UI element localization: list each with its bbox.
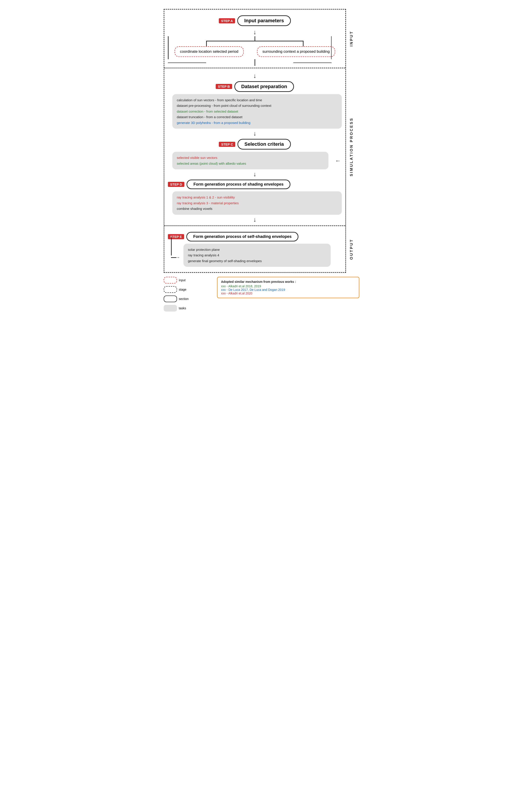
step-c-badge: STEP C bbox=[219, 142, 235, 147]
simulation-label: SIMULATION PROCESS bbox=[349, 118, 354, 176]
step-c-tasks: selected visible sun vectors selected ar… bbox=[172, 152, 328, 169]
legend-symbol-stage bbox=[164, 286, 177, 293]
legend-symbol-input bbox=[164, 277, 177, 283]
step-d-title: Form generation process of shading envel… bbox=[186, 180, 290, 189]
arrow-down-3: ↓ bbox=[168, 130, 342, 137]
output-label-strip: OUTPUT bbox=[347, 226, 357, 272]
simulation-label-strip: SIMULATION PROCESS bbox=[347, 68, 357, 225]
reference-line-3: xxx - Alkadri et.al 2020 bbox=[221, 292, 355, 295]
input-label-strip: INPUT bbox=[347, 10, 357, 68]
legend-item-input: input bbox=[164, 277, 213, 283]
legend-item-section: section bbox=[164, 296, 213, 302]
reference-line-2: xxx - De Luca 2017, De Luca and Dogan 20… bbox=[221, 288, 355, 292]
legend-label-section: section bbox=[179, 297, 188, 301]
task-b-1: calculation of sun vectors - from specif… bbox=[177, 97, 337, 103]
task-e-2: ray tracing analysis 4 bbox=[188, 252, 326, 258]
legend-label-stage: stage bbox=[179, 288, 186, 291]
step-b-title: Dataset preparation bbox=[234, 81, 294, 92]
legend-symbol-section bbox=[164, 296, 177, 302]
legend-symbol-tasks bbox=[164, 305, 177, 312]
input-box-1: coordinate location selected period bbox=[175, 46, 244, 57]
legend-label-input: input bbox=[179, 278, 185, 282]
task-e-1: solar protection plane bbox=[188, 247, 326, 252]
step-d-tasks: ray tracing analysis 1 & 2 - sun visibil… bbox=[172, 191, 342, 215]
task-c-1: selected visible sun vectors bbox=[177, 155, 324, 161]
task-d-3: combine shading voxels bbox=[177, 206, 337, 212]
task-b-2: dataset pre-processing - from point clou… bbox=[177, 103, 337, 109]
step-e-header: STEP E Form generation process of self-s… bbox=[168, 232, 342, 242]
step-b-tasks: calculation of sun vectors - from specif… bbox=[172, 94, 342, 129]
step-e-tasks: solar protection plane ray tracing analy… bbox=[183, 244, 331, 267]
reference-title: Adopted similar mechanism from previous … bbox=[221, 280, 355, 283]
step-c-title: Selection criteria bbox=[237, 139, 291, 149]
step-c-header: STEP C Selection criteria bbox=[168, 139, 342, 149]
input-section: INPUT STEP A Input parameters ↓ bbox=[164, 10, 345, 68]
step-b-header: STEP B Dataset preparation bbox=[168, 81, 342, 92]
arrow-down-4: ↓ bbox=[168, 171, 342, 177]
legend-item-stage: stage bbox=[164, 286, 213, 293]
legend-section: input stage section tasks Adopted simila… bbox=[164, 277, 359, 312]
task-b-4: dataset truncation - from a corrected da… bbox=[177, 114, 337, 120]
step-e-title: Form generation process of self-shading … bbox=[186, 232, 299, 242]
step-a-header: STEP A Input parameters bbox=[219, 15, 291, 26]
step-b-badge: STEP B bbox=[216, 84, 232, 89]
simulation-section: SIMULATION PROCESS ↓ STEP B Dataset prep… bbox=[164, 68, 345, 226]
arrow-right-e: → bbox=[176, 255, 180, 260]
arrow-down-2: ↓ bbox=[168, 73, 342, 79]
full-diagram: INPUT STEP A Input parameters ↓ bbox=[164, 9, 346, 273]
task-e-3: generate final geometry of self-shading … bbox=[188, 258, 326, 264]
arrow-down-1: ↓ bbox=[253, 29, 256, 35]
arrow-down-5: ↓ bbox=[168, 216, 342, 223]
output-label: OUTPUT bbox=[349, 239, 354, 260]
arrow-left-c: ← bbox=[335, 157, 341, 164]
step-a-title: Input parameters bbox=[237, 15, 291, 26]
task-b-3: dataset correction - from selected datas… bbox=[177, 109, 337, 114]
step-a-badge: STEP A bbox=[219, 18, 235, 23]
task-b-5: generate 3D polyhedra - from a proposed … bbox=[177, 120, 337, 126]
legend-label-tasks: tasks bbox=[179, 306, 186, 310]
reference-line-1: xxx - Alkadri et.al 2018, 2019 bbox=[221, 284, 355, 288]
task-c-2: selected areas (point cloud) with albedo… bbox=[177, 161, 324, 166]
output-section: OUTPUT STEP E Form generation process of… bbox=[164, 226, 345, 272]
step-d-badge: STEP D bbox=[168, 182, 184, 187]
step-d-header: STEP D Form generation process of shadin… bbox=[168, 180, 342, 189]
reference-box: Adopted similar mechanism from previous … bbox=[217, 277, 359, 298]
task-d-1: ray tracing analysis 1 & 2 - sun visibil… bbox=[177, 194, 337, 200]
task-d-2: ray tracing analysis 3 - material proper… bbox=[177, 200, 337, 206]
legend-item-tasks: tasks bbox=[164, 305, 213, 312]
input-box-2: surrounding context a proposed building bbox=[257, 46, 335, 57]
input-label: INPUT bbox=[349, 31, 354, 47]
step-e-badge: STEP E bbox=[168, 234, 184, 239]
